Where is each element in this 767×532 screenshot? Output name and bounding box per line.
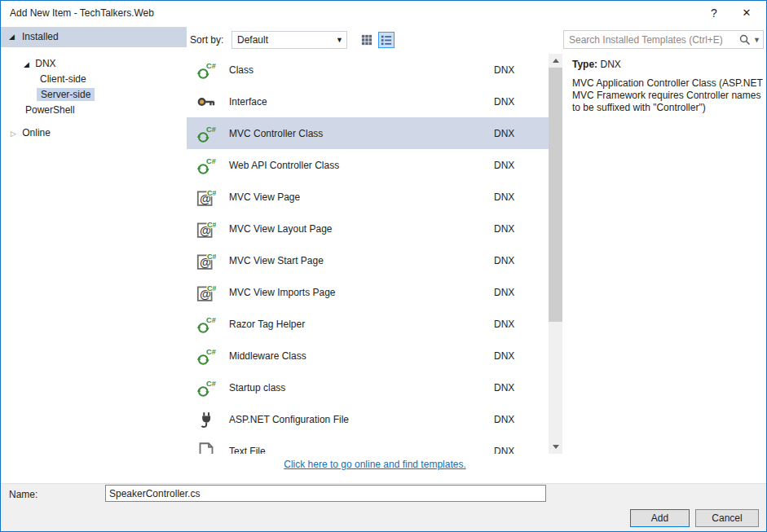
type-value: DNX: [600, 59, 620, 70]
template-name: Web API Controller Class: [229, 160, 494, 171]
template-row-text-file[interactable]: Text File DNX: [187, 435, 549, 454]
mvc-view-icon: [196, 219, 216, 239]
title-bar: Add New Item - TechTalkers.Web ? ✕: [1, 1, 766, 25]
template-name: MVC View Page: [229, 191, 494, 203]
list-view-button[interactable]: [378, 32, 395, 48]
sort-by-dropdown[interactable]: Default ▼: [231, 31, 347, 49]
template-name: Text File: [229, 446, 494, 455]
dialog-title: Add New Item - TechTalkers.Web: [10, 7, 154, 19]
template-platform: DNX: [494, 319, 549, 330]
text-file-icon: [196, 442, 216, 455]
template-name: ASP.NET Configuration File: [229, 414, 494, 425]
type-label: Type:: [572, 59, 597, 70]
expander-icon[interactable]: ▷: [11, 130, 16, 138]
csharp-class-icon: [196, 124, 216, 143]
sidebar-item-powershell[interactable]: PowerShell: [25, 103, 75, 117]
mvc-view-icon: [196, 187, 216, 207]
template-row-mvc-view-page[interactable]: MVC View Page DNX: [187, 181, 549, 213]
template-row-mvc-view-layout-page[interactable]: MVC View Layout Page DNX: [187, 213, 549, 244]
csharp-class-icon: [196, 314, 216, 334]
sidebar-item-label: Server-side: [37, 88, 95, 101]
add-new-item-dialog: Add New Item - TechTalkers.Web ? ✕ ◢ Ins…: [0, 0, 767, 532]
template-type: Type: DNX: [572, 59, 621, 70]
scroll-down-button[interactable]: [549, 440, 562, 454]
template-row-mvc-view-start-page[interactable]: MVC View Start Page DNX: [187, 244, 549, 276]
template-platform: DNX: [494, 128, 549, 139]
template-row-razor-tag-helper[interactable]: Razor Tag Helper DNX: [187, 308, 549, 340]
sidebar-item-label: PowerShell: [25, 104, 75, 116]
template-name: Class: [229, 64, 494, 76]
sidebar-item-label: DNX: [35, 58, 55, 69]
sidebar-item-label: Client-side: [40, 73, 86, 85]
csharp-class-icon: [196, 60, 216, 80]
chevron-down-icon[interactable]: ▼: [753, 36, 760, 44]
csharp-class-icon: [196, 156, 216, 175]
template-name: Razor Tag Helper: [229, 319, 494, 330]
template-name: Startup class: [229, 382, 494, 394]
template-row-startup-class[interactable]: Startup class DNX: [187, 372, 549, 403]
search-input[interactable]: [563, 30, 764, 49]
grid-view-icon: [361, 34, 372, 46]
add-button[interactable]: Add: [630, 509, 690, 527]
csharp-class-icon: [196, 346, 216, 366]
template-platform: DNX: [494, 96, 549, 108]
template-name: MVC View Layout Page: [229, 223, 494, 235]
template-platform: DNX: [494, 414, 549, 425]
template-name: MVC Controller Class: [229, 128, 494, 139]
interface-key-icon: [196, 92, 216, 112]
sidebar-item-online[interactable]: ▷ Online: [11, 125, 51, 140]
name-label: Name:: [9, 489, 37, 500]
list-view-icon: [381, 34, 392, 46]
small-icons-view-button[interactable]: [359, 32, 375, 48]
name-input[interactable]: [105, 485, 546, 502]
search-icon[interactable]: [739, 34, 751, 46]
template-platform: DNX: [494, 223, 549, 235]
template-name: Interface: [229, 96, 494, 108]
sidebar-item-label: Online: [22, 127, 51, 138]
help-button[interactable]: ?: [701, 4, 727, 22]
expander-icon[interactable]: ◢: [24, 60, 29, 68]
template-row-mvc-controller-class[interactable]: MVC Controller Class DNX: [187, 117, 549, 149]
config-file-icon: [196, 410, 216, 429]
mvc-view-icon: [196, 283, 216, 302]
scrollbar-thumb[interactable]: [549, 68, 562, 322]
template-name: MVC View Start Page: [229, 255, 494, 266]
triangle-down-icon: [553, 445, 559, 449]
template-row-aspnet-configuration-file[interactable]: ASP.NET Configuration File DNX: [187, 403, 549, 435]
template-name: MVC View Imports Page: [229, 287, 494, 298]
sidebar-item-label: Installed: [22, 27, 59, 47]
template-platform: DNX: [494, 350, 549, 362]
template-list: Class DNX Interface DNX MVC Controller C…: [187, 54, 549, 454]
template-row-interface[interactable]: Interface DNX: [187, 86, 549, 117]
template-row-web-api-controller-class[interactable]: Web API Controller Class DNX: [187, 149, 549, 181]
search-box: ▼: [563, 30, 764, 49]
template-row-middleware-class[interactable]: Middleware Class DNX: [187, 340, 549, 372]
csharp-class-icon: [196, 378, 216, 398]
template-platform: DNX: [494, 382, 549, 394]
expander-icon[interactable]: ◢: [9, 27, 15, 47]
cancel-button[interactable]: Cancel: [695, 509, 759, 527]
template-platform: DNX: [494, 255, 549, 266]
sidebar-item-client-side[interactable]: Client-side: [40, 72, 86, 86]
sort-by-label: Sort by:: [190, 34, 223, 46]
sidebar-item-dnx[interactable]: ◢ DNX: [24, 56, 56, 71]
chevron-down-icon: ▼: [333, 36, 346, 44]
list-scrollbar[interactable]: [549, 54, 562, 454]
template-description: MVC Application Controller Class (ASP.NE…: [572, 77, 767, 114]
sidebar-item-installed[interactable]: ◢ Installed: [1, 27, 187, 47]
template-platform: DNX: [494, 287, 549, 298]
template-platform: DNX: [494, 160, 549, 171]
template-platform: DNX: [494, 191, 549, 203]
template-row-class[interactable]: Class DNX: [187, 54, 549, 86]
online-link-row: Click here to go online and find templat…: [187, 459, 563, 470]
sidebar-item-server-side[interactable]: Server-side: [37, 87, 95, 102]
close-button[interactable]: ✕: [734, 4, 760, 22]
template-platform: DNX: [494, 64, 549, 76]
scroll-up-button[interactable]: [549, 54, 562, 68]
triangle-up-icon: [553, 59, 559, 63]
template-platform: DNX: [494, 446, 549, 455]
template-row-mvc-view-imports-page[interactable]: MVC View Imports Page DNX: [187, 276, 549, 308]
template-name: Middleware Class: [229, 350, 494, 362]
sort-by-value: Default: [232, 34, 333, 46]
go-online-link[interactable]: Click here to go online and find templat…: [284, 459, 465, 470]
